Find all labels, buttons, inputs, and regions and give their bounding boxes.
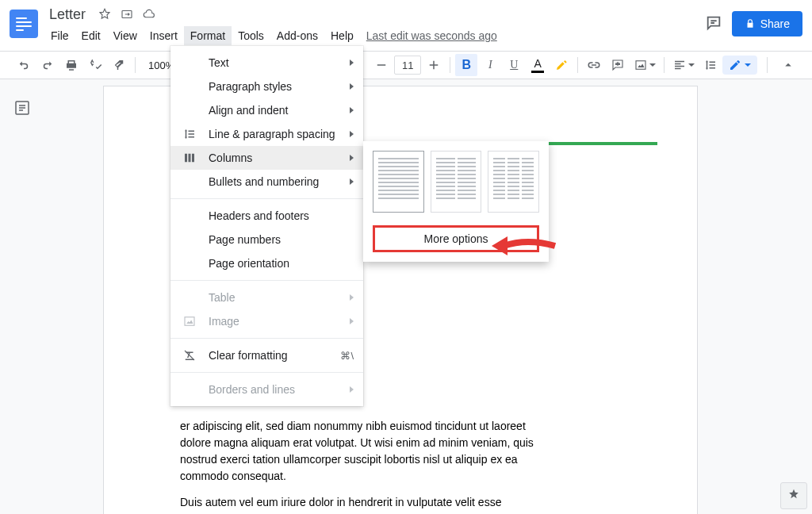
redo-button[interactable] (36, 54, 59, 76)
columns-icon (182, 150, 197, 166)
menu-edit[interactable]: Edit (75, 26, 107, 45)
line-spacing-button[interactable] (699, 54, 722, 76)
toolbar: 100% 11 B I U A (0, 51, 812, 79)
format-menu-dropdown: Text Paragraph styles Align and indent L… (170, 46, 363, 406)
align-button[interactable] (669, 54, 698, 76)
body-paragraph[interactable]: er adipiscing elit, sed diam nonummy nib… (180, 418, 545, 485)
format-text[interactable]: Text (170, 51, 363, 75)
format-align-indent[interactable]: Align and indent (170, 98, 363, 122)
font-size-minus[interactable] (370, 54, 393, 76)
separator (767, 57, 768, 73)
highlight-button[interactable] (550, 54, 573, 76)
annotation-arrow (488, 230, 559, 264)
insert-link-button[interactable] (583, 54, 605, 76)
share-button[interactable]: Share (732, 11, 802, 36)
format-columns[interactable]: Columns (170, 146, 363, 170)
menu-format[interactable]: Format (184, 26, 232, 45)
format-bullets-numbering[interactable]: Bullets and numbering (170, 170, 363, 194)
menu-view[interactable]: View (107, 26, 144, 45)
format-clear-formatting[interactable]: Clear formatting⌘\ (170, 343, 363, 367)
line-spacing-icon (182, 126, 197, 142)
font-size-plus[interactable] (423, 54, 445, 76)
show-outline-button[interactable] (13, 98, 32, 117)
spellcheck-button[interactable] (84, 54, 106, 76)
move-icon[interactable] (119, 6, 135, 22)
body-paragraph[interactable]: Duis autem vel eum iriure dolor in hendr… (180, 494, 545, 514)
format-image: Image (170, 309, 363, 333)
insert-image-button[interactable] (630, 54, 659, 76)
separator (450, 57, 450, 73)
svg-rect-1 (636, 61, 645, 70)
format-table: Table (170, 286, 363, 309)
paint-format-button[interactable] (108, 54, 130, 76)
format-line-spacing[interactable]: Line & paragraph spacing (170, 122, 363, 146)
underline-button[interactable]: U (503, 54, 525, 76)
format-paragraph-styles[interactable]: Paragraph styles (170, 75, 363, 98)
docs-logo[interactable] (10, 10, 38, 38)
separator (664, 57, 665, 73)
doc-title[interactable]: Letter (44, 6, 90, 23)
columns-1-option[interactable] (373, 151, 424, 213)
star-icon[interactable] (97, 6, 113, 22)
undo-button[interactable] (13, 54, 35, 76)
format-headers-footers[interactable]: Headers and footers (170, 204, 363, 228)
separator (577, 57, 578, 73)
menu-addons[interactable]: Add-ons (270, 26, 324, 45)
separator (135, 57, 136, 73)
format-borders-lines: Borders and lines (170, 378, 363, 401)
menu-tools[interactable]: Tools (232, 26, 270, 45)
columns-2-option[interactable] (431, 151, 482, 213)
font-size-input[interactable]: 11 (394, 56, 421, 75)
format-page-numbers[interactable]: Page numbers (170, 228, 363, 251)
columns-3-option[interactable] (488, 151, 539, 213)
menu-file[interactable]: File (44, 26, 75, 45)
lock-icon (745, 18, 756, 29)
print-button[interactable] (60, 54, 82, 76)
share-label: Share (760, 17, 790, 30)
menu-insert[interactable]: Insert (144, 26, 184, 45)
insert-comment-button[interactable] (607, 54, 629, 76)
collapse-toolbar-button[interactable] (777, 54, 799, 76)
svg-rect-6 (185, 317, 194, 326)
format-page-orientation[interactable]: Page orientation (170, 251, 363, 275)
comment-history-icon[interactable] (705, 14, 722, 34)
explore-button[interactable] (780, 482, 807, 509)
italic-button[interactable]: I (479, 54, 501, 76)
menubar: File Edit View Insert Format Tools Add-o… (44, 24, 812, 48)
bold-button[interactable]: B (455, 54, 477, 76)
last-edit-link[interactable]: Last edit was seconds ago (366, 29, 497, 42)
image-icon (182, 313, 197, 329)
cloud-status-icon[interactable] (141, 6, 157, 22)
text-color-button[interactable]: A (527, 54, 549, 76)
pencil-icon (729, 59, 741, 71)
editing-mode-button[interactable] (722, 56, 757, 75)
menu-help[interactable]: Help (324, 26, 360, 45)
clear-format-icon (182, 347, 197, 363)
